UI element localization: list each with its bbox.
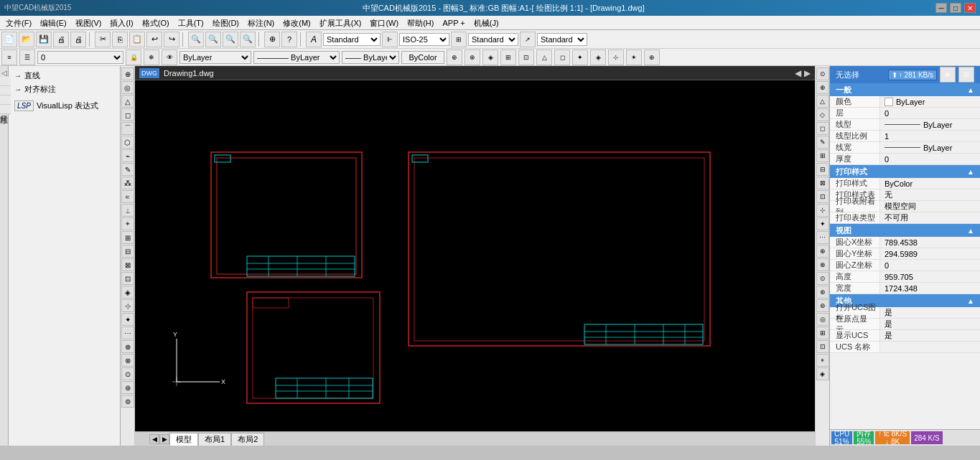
minimize-button[interactable]: ─: [935, 3, 947, 13]
lt-btn-5[interactable]: ⌒: [121, 122, 134, 135]
menu-item-f[interactable]: 文件(F): [1, 16, 36, 30]
nav-next[interactable]: ▶: [804, 68, 811, 78]
table-btn[interactable]: ⊞: [451, 32, 467, 47]
menu-item-o[interactable]: 格式(O): [138, 16, 174, 30]
linetype-select[interactable]: ———— ByLayer: [253, 51, 340, 64]
rt-btn-6[interactable]: ✎: [816, 136, 829, 149]
lt-btn-25[interactable]: ⊚: [121, 395, 134, 408]
rt-btn-5[interactable]: ◻: [816, 122, 829, 135]
lock-btn[interactable]: 🔒: [126, 50, 141, 65]
rt-btn-14[interactable]: ⊕: [816, 245, 829, 258]
extra-btn8[interactable]: ✦: [572, 50, 588, 65]
zoom-button[interactable]: 🔍: [188, 32, 204, 47]
dim-style-btn[interactable]: ⊩: [382, 32, 398, 47]
lt-btn-16[interactable]: ⊡: [121, 272, 134, 285]
rt-btn-20[interactable]: ⊞: [816, 327, 829, 339]
section-view-header[interactable]: 视图 ▲: [830, 224, 980, 237]
extra-btn2[interactable]: ⊗: [465, 50, 480, 65]
lsp-item[interactable]: LSP VisualLisp 表达式: [11, 99, 117, 113]
section-general-header[interactable]: 一般 ▲: [830, 83, 980, 96]
menu-item-e[interactable]: 编辑(E): [36, 16, 71, 30]
tab-layout2[interactable]: 布局2: [231, 433, 264, 446]
rt-btn-10[interactable]: ⊡: [816, 190, 829, 203]
extra-btn6[interactable]: △: [536, 50, 552, 65]
extra-btn5[interactable]: ⊡: [518, 50, 534, 65]
rt-btn-17[interactable]: ⊛: [816, 286, 829, 299]
dim-style-select[interactable]: ISO-25: [399, 33, 449, 46]
lt-btn-10[interactable]: ≈: [121, 190, 134, 203]
rt-btn-11[interactable]: ⊹: [816, 204, 829, 217]
lt-btn-11[interactable]: ⟂: [121, 204, 134, 217]
rt-btn-21[interactable]: ⊡: [816, 340, 829, 353]
extra-btn11[interactable]: ✶: [626, 50, 642, 65]
rt-btn-12[interactable]: ✦: [816, 217, 829, 230]
undo-button[interactable]: ↩: [146, 32, 162, 47]
menu-item-x[interactable]: 扩展工具(X): [315, 16, 366, 30]
freeze-btn[interactable]: ❄: [144, 50, 159, 65]
lt-btn-19[interactable]: ✦: [121, 313, 134, 326]
menu-item-i[interactable]: 插入(I): [106, 16, 137, 30]
props-btn1[interactable]: ⊕: [940, 67, 956, 83]
lt-btn-21[interactable]: ⊕: [121, 340, 134, 353]
lt-btn-8[interactable]: ✎: [121, 163, 134, 176]
lt-btn-14[interactable]: ⊟: [121, 245, 134, 258]
tool-line[interactable]: → 直线: [11, 69, 117, 83]
rt-btn-16[interactable]: ⊙: [816, 272, 829, 285]
layer-state-btn[interactable]: ☰: [19, 50, 35, 65]
lt-btn-9[interactable]: ⁂: [121, 177, 134, 189]
rt-btn-23[interactable]: ◈: [816, 367, 829, 380]
tab-prev-btn[interactable]: ◀: [149, 434, 159, 444]
lt-btn-22[interactable]: ⊗: [121, 354, 134, 367]
lt-btn-17[interactable]: ◈: [121, 286, 134, 299]
save-button[interactable]: 💾: [36, 32, 52, 47]
menu-item-v[interactable]: 视图(V): [71, 16, 106, 30]
zoom2-button[interactable]: 🔍: [205, 32, 221, 47]
extra-btn3[interactable]: ◈: [482, 50, 498, 65]
tab-model[interactable]: 模型: [169, 433, 198, 446]
rt-btn-15[interactable]: ⊗: [816, 258, 829, 271]
collapse-handle[interactable]: ◁ 制图 标注 修改 尺寸标注: [0, 66, 9, 446]
tab-next-btn[interactable]: ▶: [159, 434, 169, 444]
text-btn[interactable]: A: [306, 32, 322, 47]
lt-btn-6[interactable]: ⬡: [121, 136, 134, 149]
rt-btn-7[interactable]: ⊞: [816, 149, 829, 162]
lineweight-select[interactable]: —— ByLayer: [342, 51, 399, 64]
close-button[interactable]: ✕: [964, 3, 976, 13]
nav-prev[interactable]: ◀: [795, 68, 801, 78]
menu-item-w[interactable]: 窗口(W): [365, 16, 403, 30]
lt-btn-18[interactable]: ⊹: [121, 299, 134, 312]
open-button[interactable]: 📂: [19, 32, 34, 47]
lt-btn-20[interactable]: ⋯: [121, 327, 134, 339]
restore-button[interactable]: □: [950, 3, 961, 13]
mleader-btn[interactable]: ↗: [520, 32, 536, 47]
visible-btn[interactable]: 👁: [162, 50, 177, 65]
lt-btn-2[interactable]: ◎: [121, 81, 134, 94]
tool-align-dim[interactable]: → 对齐标注: [11, 83, 117, 96]
extra-btn7[interactable]: ◻: [554, 50, 570, 65]
print2-button[interactable]: 🖨: [70, 32, 86, 47]
extra-btn12[interactable]: ⊕: [644, 50, 660, 65]
extra-btn9[interactable]: ◈: [590, 50, 606, 65]
paste-button[interactable]: 📋: [129, 32, 145, 47]
rt-btn-13[interactable]: ⋯: [816, 231, 829, 244]
lt-btn-15[interactable]: ⊠: [121, 258, 134, 271]
drawing-area[interactable]: DWG Drawing1.dwg ◀ ▶: [135, 66, 815, 446]
menu-item-j[interactable]: 机械(J): [470, 16, 503, 30]
rt-btn-8[interactable]: ⊟: [816, 163, 829, 176]
layer-props-btn[interactable]: ≡: [1, 50, 17, 65]
cut-button[interactable]: ✂: [95, 32, 111, 47]
rt-btn-19[interactable]: ◎: [816, 313, 829, 326]
menu-item-d[interactable]: 绘图(D): [208, 16, 243, 30]
extra-btn10[interactable]: ⊹: [608, 50, 624, 65]
rt-btn-2[interactable]: ⊕: [816, 81, 829, 94]
lt-btn-12[interactable]: ⌖: [121, 217, 134, 230]
rt-btn-22[interactable]: ⌖: [816, 354, 829, 367]
lt-btn-1[interactable]: ⊕: [121, 67, 134, 80]
layer-select[interactable]: 0: [37, 51, 123, 64]
extra-btn4[interactable]: ⊞: [500, 50, 516, 65]
text-style-select[interactable]: Standard: [323, 33, 381, 46]
lt-btn-23[interactable]: ⊙: [121, 367, 134, 380]
rt-btn-9[interactable]: ⊠: [816, 177, 829, 189]
menu-item-h[interactable]: 帮助(H): [403, 16, 438, 30]
rt-btn-1[interactable]: ⊙: [816, 67, 829, 80]
